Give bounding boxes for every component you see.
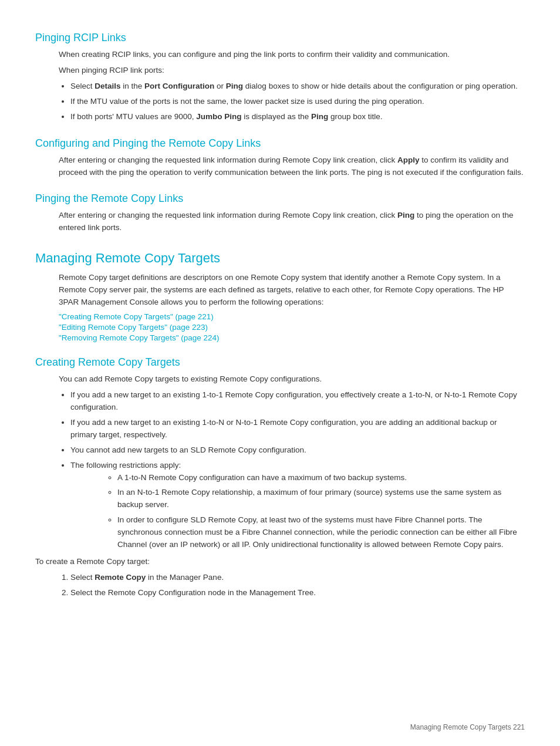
para-to-create: To create a Remote Copy target: bbox=[35, 556, 525, 568]
footer-text: Managing Remote Copy Targets 221 bbox=[410, 723, 525, 731]
list-item: A 1-to-N Remote Copy configuration can h… bbox=[117, 472, 525, 484]
para-rcip-2: When pinging RCIP link ports: bbox=[59, 65, 525, 77]
list-item: Select the Remote Copy Configuration nod… bbox=[70, 587, 525, 599]
link-creating-targets[interactable]: "Creating Remote Copy Targets" (page 221… bbox=[59, 312, 525, 321]
link-editing-targets[interactable]: "Editing Remote Copy Targets" (page 223) bbox=[59, 323, 525, 332]
list-item: If you add a new target to an existing 1… bbox=[70, 389, 525, 414]
list-item: You cannot add new targets to an SLD Rem… bbox=[70, 444, 525, 457]
section-pinging-rcip-links: Pinging RCIP Links When creating RCIP li… bbox=[35, 32, 525, 123]
para-creating-1: You can add Remote Copy targets to exist… bbox=[59, 373, 525, 386]
sub-bullet-list-restrictions: A 1-to-N Remote Copy configuration can h… bbox=[117, 472, 525, 552]
bullet-list-rcip: Select Details in the Port Configuration… bbox=[70, 80, 525, 123]
list-item: Select Remote Copy in the Manager Pane. bbox=[70, 572, 525, 584]
para-rcip-1: When creating RCIP links, you can config… bbox=[59, 49, 525, 61]
link-removing-targets[interactable]: "Removing Remote Copy Targets" (page 224… bbox=[59, 333, 525, 342]
heading-creating-remote-copy-targets: Creating Remote Copy Targets bbox=[35, 356, 525, 369]
bullet-list-creating: If you add a new target to an existing 1… bbox=[70, 389, 525, 551]
heading-configuring-pinging: Configuring and Pinging the Remote Copy … bbox=[35, 137, 525, 150]
section-creating-remote-copy-targets: Creating Remote Copy Targets You can add… bbox=[35, 356, 525, 599]
heading-managing-remote-copy-targets: Managing Remote Copy Targets bbox=[35, 251, 525, 266]
list-item: The following restrictions apply: A 1-to… bbox=[70, 460, 525, 551]
list-item: If the MTU value of the ports is not the… bbox=[70, 96, 525, 108]
heading-pinging-rcip-links: Pinging RCIP Links bbox=[35, 32, 525, 44]
list-item: If both ports' MTU values are 9000, Jumb… bbox=[70, 111, 525, 123]
list-item: In an N-to-1 Remote Copy relationship, a… bbox=[117, 487, 525, 511]
para-managing-1: Remote Copy target definitions are descr… bbox=[59, 272, 525, 309]
page-footer: Managing Remote Copy Targets 221 bbox=[410, 723, 525, 731]
para-pinging-1: After entering or changing the requested… bbox=[59, 210, 525, 234]
para-configuring-1: After entering or changing the requested… bbox=[59, 154, 525, 179]
list-item: Select Details in the Port Configuration… bbox=[70, 80, 525, 93]
section-managing-remote-copy-targets: Managing Remote Copy Targets Remote Copy… bbox=[35, 251, 525, 342]
list-item: If you add a new target to an existing 1… bbox=[70, 417, 525, 441]
list-item: In order to configure SLD Remote Copy, a… bbox=[117, 514, 525, 551]
heading-pinging-remote-copy-links: Pinging the Remote Copy Links bbox=[35, 193, 525, 205]
section-pinging-remote-copy-links: Pinging the Remote Copy Links After ente… bbox=[35, 193, 525, 234]
section-configuring-pinging: Configuring and Pinging the Remote Copy … bbox=[35, 137, 525, 179]
numbered-steps: Select Remote Copy in the Manager Pane. … bbox=[70, 572, 525, 599]
